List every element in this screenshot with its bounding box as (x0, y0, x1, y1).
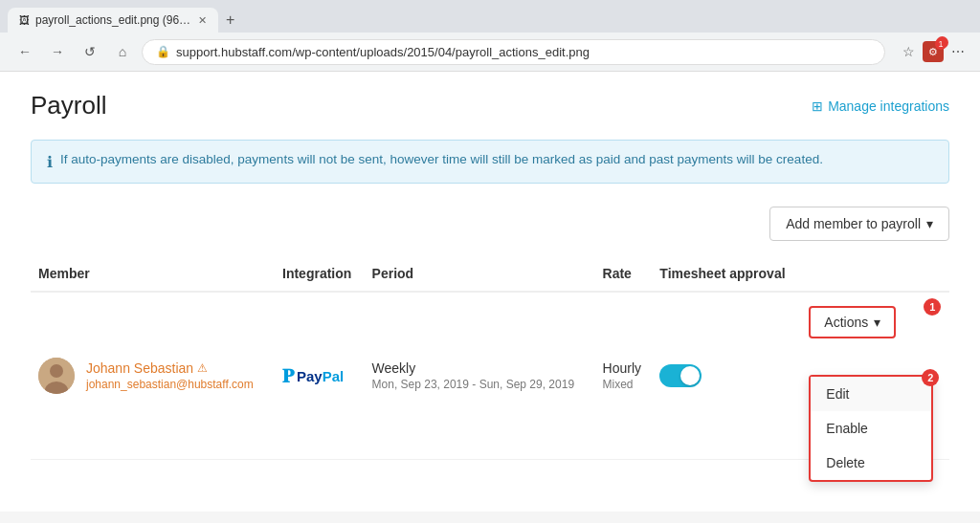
dropdown-item-enable[interactable]: Enable (811, 411, 931, 446)
toggle-knob (680, 366, 700, 385)
manage-integrations-link[interactable]: ⊞ Manage integrations (812, 98, 949, 114)
add-member-button[interactable]: Add member to payroll ▾ (769, 207, 949, 241)
member-name: Johann Sebastian ⚠ (86, 360, 254, 376)
chevron-down-icon: ▾ (874, 315, 880, 330)
dropdown-item-delete[interactable]: Delete (811, 446, 931, 480)
rate-cell: Hourly Mixed (595, 292, 653, 460)
chevron-down-icon: ▾ (926, 216, 933, 231)
back-button[interactable]: ← (11, 38, 38, 65)
rate-sub: Mixed (603, 378, 645, 391)
payroll-table: Member Integration Period Rate Timesheet… (31, 256, 949, 460)
col-header-member: Member (31, 256, 275, 292)
ext-count: 1 (936, 36, 948, 49)
manage-integrations-label: Manage integrations (828, 98, 949, 114)
page-content: Payroll ⊞ Manage integrations ℹ If auto-… (0, 72, 980, 512)
actions-button[interactable]: Actions ▾ 1 (809, 306, 896, 338)
dropdown-badge: 2 (922, 369, 939, 386)
browser-chrome: 🖼 payroll_actions_edit.png (963×45... ✕ … (0, 0, 980, 72)
paypal-logo: 𝐏 PayPal (282, 365, 357, 387)
period-sub: Mon, Sep 23, 2019 - Sun, Sep 29, 2019 (372, 378, 588, 391)
actions-dropdown: 2 Edit Enable Delete (809, 375, 933, 482)
integration-cell: 𝐏 PayPal (275, 292, 365, 460)
add-member-row: Add member to payroll ▾ (31, 207, 949, 241)
timesheet-cell (652, 292, 801, 460)
avatar (38, 358, 75, 394)
tab-favicon: 🖼 (19, 14, 30, 26)
dropdown-item-edit[interactable]: Edit (811, 377, 931, 411)
tab-close-button[interactable]: ✕ (198, 14, 207, 27)
period-main: Weekly (372, 360, 588, 376)
table-body: Johann Sebastian ⚠ johann_sebastian@hubs… (31, 292, 949, 460)
rate-main: Hourly (603, 360, 645, 376)
page-header: Payroll ⊞ Manage integrations (31, 91, 949, 120)
col-header-actions (801, 256, 949, 292)
actions-badge: 1 (924, 298, 941, 316)
col-header-period: Period (365, 256, 595, 292)
info-banner-text: If auto-payments are disabled, payments … (60, 152, 823, 166)
period-cell: Weekly Mon, Sep 23, 2019 - Sun, Sep 29, … (365, 292, 595, 460)
tab-bar: 🖼 payroll_actions_edit.png (963×45... ✕ … (0, 0, 980, 33)
page-title: Payroll (31, 91, 106, 120)
col-header-rate: Rate (595, 256, 653, 292)
actions-label: Actions (824, 315, 868, 330)
col-header-timesheet: Timesheet approval (652, 256, 801, 292)
bookmark-button[interactable]: ☆ (899, 40, 919, 63)
integrations-icon: ⊞ (812, 98, 823, 114)
actions-cell: Actions ▾ 1 2 Edit Enable Delete (801, 292, 949, 460)
extensions-button[interactable]: ⋯ (947, 40, 969, 63)
reload-button[interactable]: ↺ (77, 38, 103, 65)
add-member-label: Add member to payroll (786, 216, 921, 231)
browser-controls-bar: ← → ↺ ⌂ 🔒 support.hubstaff.com/wp-conten… (0, 33, 980, 71)
info-banner: ℹ If auto-payments are disabled, payment… (31, 140, 949, 184)
table-row: Johann Sebastian ⚠ johann_sebastian@hubs… (31, 292, 949, 460)
extension-badge[interactable]: ⚙ 1 (923, 41, 944, 62)
url-display: support.hubstaff.com/wp-content/uploads/… (176, 45, 871, 59)
table-header: Member Integration Period Rate Timesheet… (31, 256, 949, 292)
active-tab[interactable]: 🖼 payroll_actions_edit.png (963×45... ✕ (8, 8, 218, 33)
actions-wrapper: Actions ▾ 1 2 Edit Enable Delete (809, 306, 933, 446)
warning-icon: ⚠ (197, 361, 208, 375)
forward-button[interactable]: → (44, 38, 71, 65)
tab-title: payroll_actions_edit.png (963×45... (35, 13, 192, 27)
home-button[interactable]: ⌂ (109, 38, 136, 65)
ext-icon: ⚙ (928, 46, 938, 58)
timesheet-toggle[interactable] (659, 364, 702, 387)
member-email: johann_sebastian@hubstaff.com (86, 378, 254, 391)
member-cell: Johann Sebastian ⚠ johann_sebastian@hubs… (31, 292, 275, 460)
address-bar[interactable]: 🔒 support.hubstaff.com/wp-content/upload… (142, 39, 885, 65)
svg-point-1 (50, 364, 63, 378)
new-tab-button[interactable]: + (218, 8, 242, 33)
col-header-integration: Integration (275, 256, 365, 292)
browser-action-buttons: ☆ ⚙ 1 ⋯ (899, 40, 969, 63)
info-icon: ℹ (47, 153, 53, 171)
